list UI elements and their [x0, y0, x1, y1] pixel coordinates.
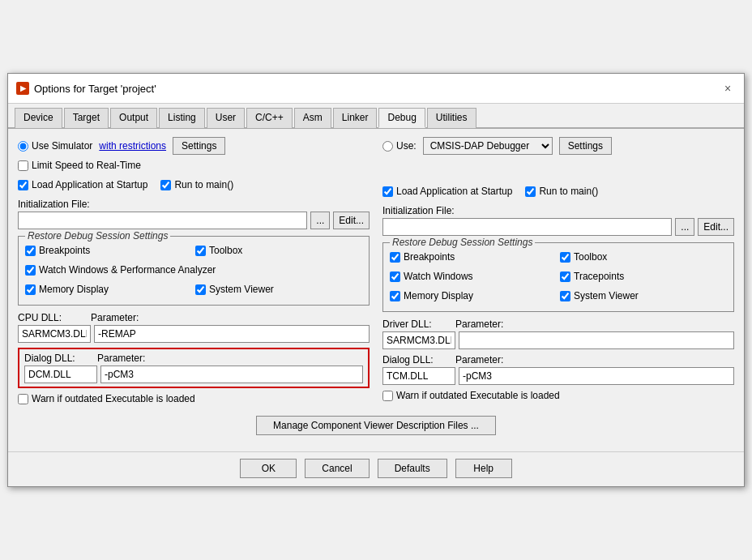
right-load-app-row[interactable]: Load Application at Startup: [382, 186, 512, 197]
right-settings-button[interactable]: Settings: [559, 137, 612, 155]
right-breakpoints-label: Breakpoints: [404, 251, 455, 263]
right-driver-dll-section: Driver DLL: Parameter:: [382, 318, 734, 349]
left-browse-button[interactable]: ...: [310, 212, 330, 229]
right-run-main-row[interactable]: Run to main(): [525, 186, 598, 197]
right-driver-dll-labels: Driver DLL: Parameter:: [382, 318, 734, 330]
right-load-app-label: Load Application at Startup: [396, 186, 512, 197]
right-use-radio-label[interactable]: Use:: [382, 140, 417, 152]
dialog-title: Options for Target 'project': [34, 83, 156, 95]
right-driver-dll-inputs: [382, 331, 734, 349]
manage-components-button[interactable]: Manage Component Viewer Description File…: [256, 416, 496, 435]
right-toolbox-row[interactable]: Toolbox: [560, 251, 727, 263]
cancel-button[interactable]: Cancel: [305, 459, 369, 478]
left-run-main-checkbox[interactable]: [160, 180, 171, 190]
left-init-row: ... Edit...: [18, 212, 370, 229]
right-load-app-checkbox[interactable]: [382, 186, 393, 197]
left-dialog-dll-labels: Dialog DLL: Parameter:: [24, 353, 363, 364]
left-cpu-dll-label: CPU DLL:: [18, 312, 91, 323]
simulator-radio-label[interactable]: Use Simulator: [18, 140, 92, 152]
left-toolbox-row[interactable]: Toolbox: [195, 245, 362, 256]
left-column: Use Simulator with restrictions Settings…: [18, 137, 370, 409]
right-browse-button[interactable]: ...: [675, 218, 694, 236]
right-tracepoints-row[interactable]: Tracepoints: [560, 271, 727, 282]
tab-listing[interactable]: Listing: [159, 108, 205, 128]
right-init-label: Initialization File:: [382, 205, 734, 216]
left-memory-display-row[interactable]: Memory Display: [25, 284, 192, 295]
right-watch-checkbox[interactable]: [390, 271, 400, 282]
right-restore-group: Restore Debug Session Settings Breakpoin…: [382, 242, 734, 312]
left-settings-button[interactable]: Settings: [173, 137, 225, 155]
right-memory-display-row[interactable]: Memory Display: [390, 290, 557, 301]
left-dialog-dll-inputs: [24, 365, 363, 383]
left-warn-checkbox[interactable]: [18, 394, 28, 404]
left-breakpoints-checkbox[interactable]: [25, 246, 36, 256]
right-breakpoints-checkbox[interactable]: [390, 252, 400, 263]
left-init-label: Initialization File:: [18, 199, 370, 210]
right-run-main-checkbox[interactable]: [525, 186, 536, 197]
right-driver-param-input[interactable]: [459, 331, 734, 349]
right-tracepoints-checkbox[interactable]: [560, 271, 570, 282]
right-debugger-select[interactable]: CMSIS-DAP Debugger: [423, 137, 553, 155]
left-run-main-row[interactable]: Run to main(): [160, 179, 233, 190]
left-watch-checkbox[interactable]: [25, 265, 36, 276]
right-system-viewer-checkbox[interactable]: [560, 291, 570, 301]
right-dialog-param-input[interactable]: [459, 367, 734, 385]
left-load-app-row[interactable]: Load Application at Startup: [18, 179, 147, 190]
left-watch-label: Watch Windows & Performance Analyzer: [39, 264, 216, 276]
tab-output[interactable]: Output: [110, 108, 157, 128]
left-cpu-param-input[interactable]: [94, 325, 370, 343]
title-bar: ▶ Options for Target 'project' ×: [8, 74, 744, 104]
tab-debug[interactable]: Debug: [378, 108, 425, 128]
right-system-viewer-label: System Viewer: [574, 290, 639, 301]
main-content: Use Simulator with restrictions Settings…: [8, 129, 744, 447]
right-init-input[interactable]: [382, 218, 672, 236]
right-use-radio[interactable]: [382, 141, 393, 152]
right-warn-checkbox[interactable]: [382, 391, 393, 401]
left-dialog-param-input[interactable]: [100, 365, 363, 383]
left-watch-windows-row[interactable]: Watch Windows & Performance Analyzer: [25, 264, 362, 276]
tab-cpp[interactable]: C/C++: [246, 108, 293, 128]
tab-asm[interactable]: Asm: [294, 108, 331, 128]
left-warn-row: Warn if outdated Executable is loaded: [18, 393, 370, 404]
left-toolbox-label: Toolbox: [209, 245, 242, 256]
right-warn-row: Warn if outdated Executable is loaded: [382, 390, 734, 401]
right-driver-dll-input[interactable]: [382, 331, 455, 349]
help-button[interactable]: Help: [455, 459, 512, 478]
left-cpu-dll-section: CPU DLL: Parameter:: [18, 312, 370, 343]
left-cpu-dll-inputs: [18, 325, 370, 343]
tab-utilities[interactable]: Utilities: [427, 108, 476, 128]
left-edit-button[interactable]: Edit...: [333, 212, 370, 229]
left-memory-label: Memory Display: [39, 284, 109, 295]
left-memory-checkbox[interactable]: [25, 284, 36, 295]
simulator-radio[interactable]: [18, 141, 28, 152]
left-system-viewer-checkbox[interactable]: [195, 284, 206, 295]
defaults-button[interactable]: Defaults: [378, 459, 447, 478]
tab-target[interactable]: Target: [64, 108, 109, 128]
footer-buttons: OK Cancel Defaults Help: [8, 451, 744, 486]
close-button[interactable]: ×: [720, 80, 736, 96]
left-dialog-dll-section: Dialog DLL: Parameter:: [18, 348, 370, 388]
right-watch-windows-row[interactable]: Watch Windows: [390, 271, 557, 282]
right-breakpoints-row[interactable]: Breakpoints: [390, 251, 557, 263]
left-dialog-dll-input[interactable]: [24, 365, 97, 383]
right-edit-button[interactable]: Edit...: [698, 218, 734, 236]
tab-device[interactable]: Device: [15, 108, 62, 128]
left-load-app-checkbox[interactable]: [18, 180, 28, 190]
right-toolbox-checkbox[interactable]: [560, 252, 570, 263]
ok-button[interactable]: OK: [240, 459, 297, 478]
simulator-label: Use Simulator: [32, 140, 92, 152]
right-memory-checkbox[interactable]: [390, 291, 400, 301]
left-breakpoints-row[interactable]: Breakpoints: [25, 245, 192, 256]
left-toolbox-checkbox[interactable]: [195, 246, 206, 256]
left-cpu-dll-input[interactable]: [18, 325, 91, 343]
left-init-input[interactable]: [18, 212, 307, 229]
limit-speed-checkbox[interactable]: [18, 160, 28, 171]
right-dialog-dll-input[interactable]: [382, 367, 455, 385]
right-use-label: Use:: [396, 140, 417, 152]
tab-user[interactable]: User: [207, 108, 245, 128]
right-tracepoints-label: Tracepoints: [574, 271, 624, 282]
left-system-viewer-row[interactable]: System Viewer: [195, 284, 362, 295]
right-system-viewer-row[interactable]: System Viewer: [560, 290, 727, 301]
with-restrictions-link[interactable]: with restrictions: [99, 140, 166, 152]
tab-linker[interactable]: Linker: [333, 108, 378, 128]
